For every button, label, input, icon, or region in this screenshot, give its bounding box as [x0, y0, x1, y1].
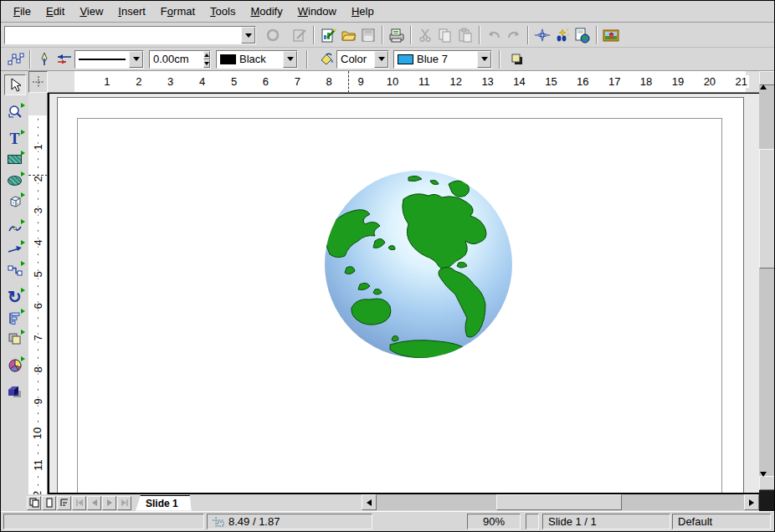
menu-format[interactable]: Format	[153, 3, 203, 20]
menu-edit[interactable]: Edit	[38, 3, 72, 20]
first-slide-button[interactable]	[72, 496, 86, 510]
cut-button[interactable]	[415, 25, 435, 45]
menu-insert[interactable]: Insert	[110, 3, 153, 20]
insert-tool-button[interactable]	[4, 355, 26, 376]
hyperlink-internet-icon	[574, 28, 591, 43]
undo-button[interactable]	[484, 25, 504, 45]
url-input[interactable]	[5, 27, 241, 43]
hyperlink-internet-button[interactable]	[572, 25, 593, 45]
paste-button[interactable]	[455, 25, 475, 45]
line-arrow-tool-button[interactable]	[4, 238, 26, 259]
edit-file-button[interactable]	[290, 25, 310, 45]
select-button[interactable]	[4, 74, 26, 95]
edit-points-button[interactable]	[6, 49, 26, 69]
select-icon	[8, 78, 22, 93]
arrange-icon	[8, 332, 22, 345]
slide-view-button[interactable]	[27, 496, 41, 510]
arrow-style-button[interactable]	[54, 49, 74, 69]
pen-button[interactable]	[34, 49, 54, 69]
connector-tool-button[interactable]	[4, 259, 26, 280]
horizontal-ruler: 123456789101112131415161718192021	[48, 71, 759, 93]
horizontal-scrollbar-thumb[interactable]	[496, 494, 622, 510]
line-width-spinner[interactable]	[149, 50, 211, 69]
copy-button[interactable]	[435, 25, 455, 45]
reload-button[interactable]	[263, 25, 283, 45]
status-info-field	[3, 514, 204, 529]
object3d-tool-button[interactable]	[4, 191, 26, 212]
open-button[interactable]	[338, 25, 358, 45]
coordinate-cross-icon	[33, 76, 44, 88]
ruler-origin-button[interactable]	[28, 71, 48, 93]
scroll-left-button[interactable]	[362, 494, 377, 510]
new-document-button[interactable]	[318, 25, 338, 45]
notes-view-button[interactable]	[42, 496, 56, 510]
alignment-tool-button[interactable]	[4, 307, 26, 328]
arrange-tool-button[interactable]	[4, 328, 26, 349]
menu-window[interactable]: Window	[290, 3, 344, 20]
rotate-tool-button[interactable]: ↻	[4, 286, 26, 307]
object-bar: Black Color Blue 7	[1, 48, 774, 71]
line-width-down-button[interactable]	[203, 59, 210, 68]
gallery-button[interactable]	[601, 25, 621, 45]
menu-file[interactable]: File	[6, 3, 38, 20]
url-combobox[interactable]	[4, 26, 256, 44]
alignment-icon	[8, 311, 22, 325]
horizontal-scrollbar[interactable]	[377, 494, 745, 510]
navigator-button[interactable]	[532, 25, 552, 45]
line-style-preview	[75, 51, 129, 68]
paste-icon	[458, 28, 473, 43]
navigator-icon	[533, 28, 552, 43]
url-dropdown-button[interactable]	[241, 27, 255, 43]
slide-tab-bar: Slide 1	[1, 494, 759, 511]
line-color-swatch	[220, 54, 236, 64]
drawing-canvas[interactable]: Hello, World.	[48, 93, 759, 494]
fill-color-swatch	[398, 54, 413, 64]
next-slide-button[interactable]	[102, 496, 116, 510]
line-style-dropdown-button[interactable]	[129, 51, 143, 68]
fill-style-combobox[interactable]: Color	[336, 50, 389, 69]
line-color-combobox[interactable]: Black	[216, 50, 298, 69]
menu-modify[interactable]: Modify	[243, 3, 290, 20]
rectangle-tool-button[interactable]	[4, 149, 26, 170]
line-color-label: Black	[239, 53, 283, 65]
line-arrow-icon	[7, 244, 23, 254]
outline-view-button[interactable]	[57, 496, 71, 510]
arrow-style-icon	[56, 54, 73, 65]
shadow-button[interactable]	[507, 49, 527, 69]
copy-icon	[438, 28, 453, 43]
line-color-dropdown-button[interactable]	[283, 51, 297, 68]
last-slide-button[interactable]	[117, 496, 131, 510]
outline-view-icon	[59, 498, 69, 508]
menu-tools[interactable]: Tools	[203, 3, 243, 20]
vertical-scrollbar-thumb[interactable]	[759, 149, 775, 269]
scroll-right-button[interactable]	[744, 494, 759, 510]
line-width-input[interactable]	[150, 51, 203, 68]
fill-color-dropdown-button[interactable]	[477, 51, 491, 68]
menu-view[interactable]: View	[72, 3, 110, 20]
fill-can-icon	[318, 52, 335, 67]
fill-style-dropdown-button[interactable]	[374, 51, 388, 68]
save-button[interactable]	[358, 25, 378, 45]
fill-can-button[interactable]	[316, 49, 336, 69]
redo-button[interactable]	[504, 25, 524, 45]
status-zoom-field: 90%	[467, 514, 521, 529]
menu-help[interactable]: Help	[344, 3, 382, 20]
curve-tool-button[interactable]	[4, 217, 26, 238]
text-icon: T	[9, 131, 19, 146]
effects3d-tool-button[interactable]	[4, 381, 26, 402]
fill-color-combobox[interactable]: Blue 7	[393, 50, 492, 69]
globe-image[interactable]	[323, 169, 514, 360]
line-style-combobox[interactable]	[74, 50, 144, 69]
scroll-down-button[interactable]	[759, 476, 775, 490]
zoom-tool-button[interactable]	[4, 101, 26, 122]
status-bar: 8.49 / 1.87 90% Slide 1 / 1 Default	[1, 511, 774, 531]
print-button[interactable]	[387, 25, 407, 45]
line-width-up-button[interactable]	[203, 51, 210, 59]
ellipse-tool-button[interactable]	[4, 170, 26, 191]
scroll-up-button[interactable]	[759, 71, 775, 85]
vertical-scrollbar[interactable]	[759, 71, 775, 490]
previous-slide-button[interactable]	[87, 496, 101, 510]
slide-tab[interactable]: Slide 1	[136, 495, 192, 511]
text-tool-button[interactable]: T	[4, 128, 26, 149]
zoom-button[interactable]	[552, 25, 572, 45]
